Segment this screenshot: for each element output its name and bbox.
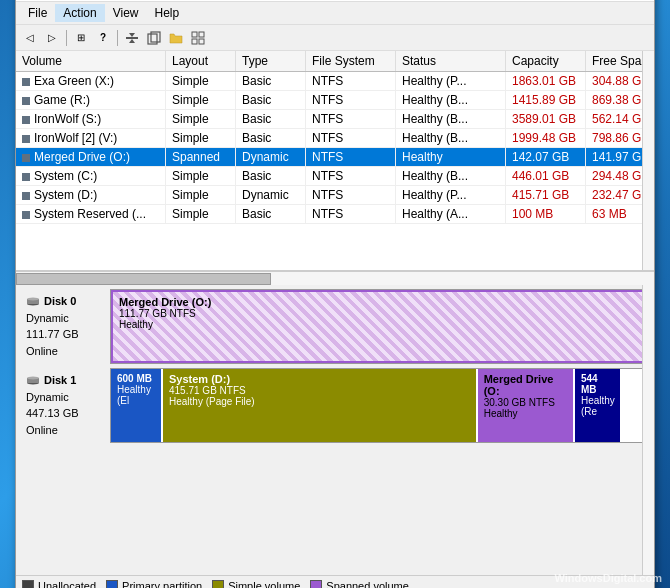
hscroll-thumb[interactable] [16,273,271,285]
menu-bar: File Action View Help [16,2,654,25]
disk-1-id: Disk 1 [26,372,104,389]
disk-part-sub1: Healthy (El [117,384,155,406]
disk-part-sub1: 415.71 GB NTFS [169,385,470,396]
disk-part-sub1: Healthy (Re [581,395,614,417]
legend-box-primary [106,580,118,588]
svg-rect-12 [199,39,204,44]
table-row[interactable]: IronWolf [2] (V:)SimpleBasicNTFSHealthy … [16,129,654,148]
legend-primary: Primary partition [106,580,202,588]
disk-part-sub2: Healthy [119,319,641,330]
table-row[interactable]: IronWolf (S:)SimpleBasicNTFSHealthy (B..… [16,110,654,129]
vol-icon [22,97,30,105]
disk-part-label: Merged Drive (O:) [119,296,641,308]
disk-part-label: System (D:) [169,373,470,385]
disk-1-label: Disk 1 Dynamic 447.13 GB Online [20,368,110,443]
vol-icon [22,211,30,219]
disk-1-part-2[interactable]: Merged Drive (O: 30.30 GB NTFS Healthy [478,369,573,442]
legend-label-spanned: Spanned volume [326,580,409,588]
legend-box-unalloc [22,580,34,588]
toolbar-separator-1 [66,30,67,46]
disk-0-size: 111.77 GB [26,326,104,343]
disk-1-visual: 600 MB Healthy (El System (D:) 415.71 GB… [110,368,650,443]
legend-label-unalloc: Unallocated [38,580,96,588]
disk-part-label: 600 MB [117,373,155,384]
legend-label-primary: Primary partition [122,580,202,588]
disk-0-status: Online [26,343,104,360]
help-button[interactable]: ? [93,28,113,48]
grid-button[interactable]: ⊞ [71,28,91,48]
col-type: Type [236,51,306,71]
disk-1-size: 447.13 GB [26,405,104,422]
toolbar: ◁ ▷ ⊞ ? [16,25,654,51]
toolbar-separator-2 [117,30,118,46]
legend-box-spanned [310,580,322,588]
disk-1-part-0[interactable]: 600 MB Healthy (El [111,369,161,442]
svg-point-15 [27,298,39,301]
disk-scrollbar[interactable] [642,285,654,575]
menu-view[interactable]: View [105,4,147,22]
table-row[interactable]: System (C:)SimpleBasicNTFSHealthy (B...4… [16,167,654,186]
svg-rect-9 [192,32,197,37]
svg-marker-5 [129,33,135,37]
shrink-button[interactable] [122,28,142,48]
disk-1-status: Online [26,422,104,439]
menu-help[interactable]: Help [147,4,188,22]
disk-0-section: Disk 0 Dynamic 111.77 GB Online Merged D… [20,289,650,364]
disk-0-part-0[interactable]: Merged Drive (O:) 111.77 GB NTFS Healthy [111,290,649,363]
forward-button[interactable]: ▷ [42,28,62,48]
svg-rect-4 [126,37,138,39]
vol-icon [22,173,30,181]
disk-1-section: Disk 1 Dynamic 447.13 GB Online 600 MB H… [20,368,650,443]
disk-management-window: Disk Management ─ □ ✕ File Action View H… [15,0,655,588]
svg-rect-11 [192,39,197,44]
vol-icon [22,192,30,200]
legend-unallocated: Unallocated [22,580,96,588]
back-button[interactable]: ◁ [20,28,40,48]
disk-1-part-1[interactable]: System (D:) 415.71 GB NTFS Healthy (Page… [163,369,476,442]
svg-marker-6 [129,39,135,43]
menu-action[interactable]: Action [55,4,104,22]
hscroll-track [16,272,654,286]
disk-part-sub2: Healthy [484,408,567,419]
disk-0-type: Dynamic [26,310,104,327]
table-row[interactable]: Merged Drive (O:)SpannedDynamicNTFSHealt… [16,148,654,167]
disk-1-part-3[interactable]: 544 MB Healthy (Re [575,369,620,442]
legend-box-simple [212,580,224,588]
table-row[interactable]: Game (R:)SimpleBasicNTFSHealthy (B...141… [16,91,654,110]
disk-part-label: 544 MB [581,373,614,395]
disk-part-sub2: Healthy (Page File) [169,396,470,407]
table-row[interactable]: Exa Green (X:)SimpleBasicNTFSHealthy (P.… [16,72,654,91]
disk-0-visual: Merged Drive (O:) 111.77 GB NTFS Healthy [110,289,650,364]
col-capacity: Capacity [506,51,586,71]
watermark: WindowsDigital.com [555,572,662,584]
table-body: Exa Green (X:)SimpleBasicNTFSHealthy (P.… [16,72,654,264]
disk-area: Disk 0 Dynamic 111.77 GB Online Merged D… [16,285,654,575]
disk-part-sub1: 30.30 GB NTFS [484,397,567,408]
copy-button[interactable] [144,28,164,48]
legend-label-simple: Simple volume [228,580,300,588]
svg-point-18 [27,377,39,380]
view-button[interactable] [188,28,208,48]
legend-simple: Simple volume [212,580,300,588]
col-volume: Volume [16,51,166,71]
folder-button[interactable] [166,28,186,48]
table-scrollbar[interactable] [642,51,654,270]
disk-1-type: Dynamic [26,389,104,406]
svg-rect-10 [199,32,204,37]
disk-part-sub1: 111.77 GB NTFS [119,308,641,319]
vol-icon [22,135,30,143]
table-row[interactable]: System Reserved (...SimpleBasicNTFSHealt… [16,205,654,224]
col-layout: Layout [166,51,236,71]
table-row[interactable]: System (D:)SimpleDynamicNTFSHealthy (P..… [16,186,654,205]
menu-file[interactable]: File [20,4,55,22]
disk-0-id: Disk 0 [26,293,104,310]
table-header: Volume Layout Type File System Status Ca… [16,51,654,72]
col-filesystem: File System [306,51,396,71]
h-scrollbar[interactable] [16,271,654,285]
vol-icon [22,116,30,124]
legend-spanned: Spanned volume [310,580,409,588]
disk-part-label: Merged Drive (O: [484,373,567,397]
vol-icon [22,154,30,162]
col-status: Status [396,51,506,71]
vol-icon [22,78,30,86]
